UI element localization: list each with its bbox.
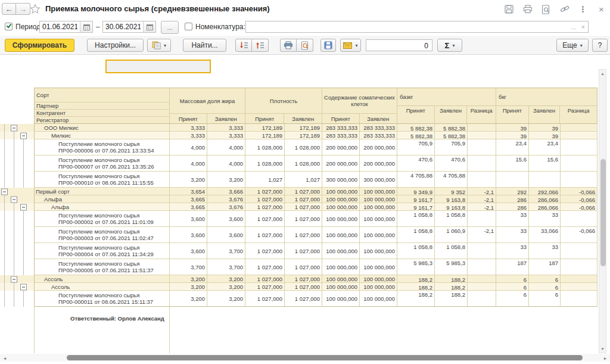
value-cell[interactable]: 33 — [496, 211, 529, 227]
value-cell[interactable]: 5 882,38 — [397, 124, 435, 132]
horizontal-scrollbar[interactable]: ◄ ► — [0, 354, 610, 362]
sum-button[interactable]: Σ ▾ — [437, 39, 462, 52]
table-row[interactable]: Поступление молочного сырьяПР00-000003 о… — [0, 227, 597, 243]
table-row[interactable]: ООО Милкис3,3333,333172,189172,189283 33… — [0, 124, 597, 132]
value-cell[interactable] — [468, 124, 496, 132]
value-cell[interactable]: 188,2 — [435, 283, 468, 291]
value-cell[interactable]: 1 027,000 — [245, 195, 285, 203]
value-cell[interactable]: 1 027,000 — [245, 227, 285, 243]
value-cell[interactable]: 200 000,000 — [360, 139, 397, 155]
value-cell[interactable]: 6 — [529, 283, 561, 291]
value-cell[interactable]: 3,333 — [170, 132, 207, 139]
value-cell[interactable] — [561, 291, 597, 307]
generate-button[interactable]: Сформировать — [5, 39, 74, 52]
table-row[interactable]: Ассоль3,2003,2001 027,0001 027,000100 00… — [0, 283, 597, 291]
value-cell[interactable]: 1 058,8 — [397, 211, 435, 227]
value-cell[interactable]: 9 163,8 — [435, 203, 468, 211]
value-cell[interactable]: 3,333 — [207, 124, 245, 132]
table-row[interactable]: Альфа3,6653,6761 027,0001 027,000100 000… — [0, 203, 597, 211]
value-cell[interactable]: 100 000,000 — [322, 188, 360, 195]
value-cell[interactable]: 6 — [496, 283, 529, 291]
value-cell[interactable]: -2,1 — [468, 195, 496, 203]
value-cell[interactable] — [561, 132, 597, 139]
value-cell[interactable]: 470,6 — [435, 155, 468, 172]
value-cell[interactable]: 100 000,000 — [322, 283, 360, 291]
value-cell[interactable]: 3,600 — [170, 243, 207, 259]
value-cell[interactable]: 1 027,000 — [285, 195, 322, 203]
value-cell[interactable]: 172,189 — [285, 124, 322, 132]
value-cell[interactable]: 4 705,88 — [397, 172, 435, 188]
row-label[interactable]: Ассоль — [34, 275, 170, 283]
value-cell[interactable] — [468, 172, 496, 188]
value-cell[interactable]: 3,200 — [207, 275, 245, 283]
row-label[interactable]: Поступление молочного сырьяПР00-000011 о… — [34, 291, 170, 307]
period-checkbox[interactable] — [5, 23, 13, 30]
value-cell[interactable]: 200 000,000 — [322, 139, 360, 155]
value-cell[interactable]: 3,333 — [207, 132, 245, 139]
value-cell[interactable] — [496, 172, 529, 188]
value-cell[interactable]: 5 985,3 — [397, 259, 435, 275]
value-cell[interactable]: 100 000,000 — [360, 211, 397, 227]
value-cell[interactable]: 100 000,000 — [322, 291, 360, 307]
value-cell[interactable]: 100 000,000 — [322, 259, 360, 275]
table-row[interactable]: Поступление молочного сырьяПР00-000005 о… — [0, 259, 597, 275]
value-cell[interactable]: 4,000 — [170, 155, 207, 172]
more-menu-icon[interactable] — [578, 4, 588, 14]
value-cell[interactable]: -0,066 — [561, 195, 597, 203]
value-cell[interactable]: 286,066 — [529, 203, 561, 211]
value-cell[interactable]: -0,066 — [561, 203, 597, 211]
value-cell[interactable]: 188,2 — [397, 291, 435, 307]
value-cell[interactable]: 1 027,000 — [245, 275, 285, 283]
nomenclature-browse-button[interactable]: ... — [571, 23, 576, 30]
value-cell[interactable]: 188,2 — [397, 275, 435, 283]
value-cell[interactable] — [468, 211, 496, 227]
link-icon[interactable] — [559, 4, 569, 14]
value-cell[interactable]: 4,000 — [170, 139, 207, 155]
value-cell[interactable]: 1 027,000 — [285, 291, 322, 307]
value-cell[interactable]: 6 — [496, 291, 529, 307]
value-cell[interactable]: 4 705,88 — [435, 172, 468, 188]
value-cell[interactable]: 33 — [529, 243, 561, 259]
vertical-scrollbar[interactable]: ▲ ▼ — [599, 69, 606, 353]
value-cell[interactable] — [561, 243, 597, 259]
value-cell[interactable] — [468, 243, 496, 259]
table-row[interactable]: Милкис3,3333,333172,189172,189283 333,33… — [0, 132, 597, 139]
value-cell[interactable]: 6 — [529, 291, 561, 307]
report-variants-button[interactable]: ▾ — [147, 39, 171, 52]
period-browse-button[interactable]: ... — [161, 21, 179, 34]
print-button[interactable] — [280, 39, 297, 52]
value-cell[interactable]: 9 163,8 — [435, 195, 468, 203]
value-cell[interactable]: 1 027,000 — [245, 243, 285, 259]
value-cell[interactable]: 1 027,000 — [245, 188, 285, 195]
value-cell[interactable]: 3,200 — [170, 291, 207, 307]
value-cell[interactable]: 1 027,000 — [245, 259, 285, 275]
collapse-group-icon[interactable] — [1, 188, 8, 195]
value-cell[interactable]: 286,066 — [529, 195, 561, 203]
row-label[interactable]: Поступление молочного сырьяПР00-000006 о… — [34, 139, 170, 155]
value-cell[interactable]: 1 027,000 — [245, 291, 285, 307]
period-from-input[interactable] — [40, 21, 80, 32]
value-cell[interactable]: 188,2 — [435, 291, 468, 307]
row-label[interactable]: Альфа — [34, 195, 170, 203]
report-spreadsheet[interactable]: Сорт Партнер Контрагент Регистратор Масс… — [0, 55, 610, 364]
settings-button[interactable]: Настройки... — [87, 39, 144, 52]
row-label[interactable]: Поступление молочного сырьяПР00-000010 о… — [34, 172, 170, 188]
value-cell[interactable]: 33 — [496, 243, 529, 259]
nomenclature-input[interactable] — [246, 21, 568, 32]
selected-cell[interactable] — [105, 60, 211, 73]
value-cell[interactable]: 1 028,000 — [245, 139, 285, 155]
table-row[interactable]: Поступление молочного сырьяПР00-000006 о… — [0, 139, 597, 155]
scroll-down-icon[interactable]: ▼ — [599, 346, 606, 352]
value-cell[interactable]: 3,676 — [207, 195, 245, 203]
value-cell[interactable] — [468, 283, 496, 291]
help-button[interactable]: ? — [592, 39, 608, 52]
row-label[interactable]: Альфа — [34, 203, 170, 211]
value-cell[interactable]: 172,189 — [245, 124, 285, 132]
value-cell[interactable]: 100 000,000 — [360, 195, 397, 203]
value-cell[interactable]: 705,9 — [435, 139, 468, 155]
value-cell[interactable]: 3,200 — [207, 283, 245, 291]
value-cell[interactable] — [561, 283, 597, 291]
value-cell[interactable]: -2,1 — [468, 203, 496, 211]
value-cell[interactable]: 1 027,000 — [285, 243, 322, 259]
value-cell[interactable]: 100 000,000 — [360, 275, 397, 283]
